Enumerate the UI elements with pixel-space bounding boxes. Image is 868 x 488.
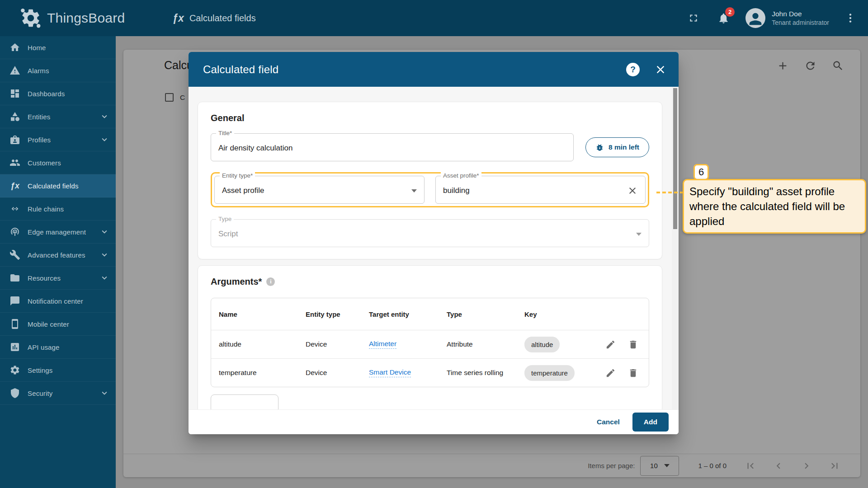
argument-type: Time series rolling <box>447 369 524 377</box>
sidebar-item-label: Customers <box>28 159 109 167</box>
sidebar-item-label: Alarms <box>28 67 109 75</box>
arguments-section-title: Arguments* <box>211 277 262 287</box>
fullscreen-button[interactable] <box>687 11 700 25</box>
sidebar-item-security[interactable]: Security <box>0 382 116 405</box>
message-icon <box>9 296 20 306</box>
dashboards-icon <box>9 88 20 99</box>
arguments-section: Arguments* i Name Entity type Target ent… <box>198 265 662 409</box>
type-value: Script <box>218 230 238 239</box>
dialog-scrollbar-track <box>672 87 679 409</box>
dialog-title: Calculated field <box>203 63 626 76</box>
user-role: Tenant administrator <box>772 19 829 27</box>
folder-icon <box>9 272 20 283</box>
type-label: Type <box>216 216 234 222</box>
argument-row: altitude Device Altimeter Attribute alti… <box>211 330 649 358</box>
sidebar-item-api-usage[interactable]: API usage <box>0 336 116 359</box>
entity-type-value: Asset profile <box>222 186 264 195</box>
sidebar-item-customers[interactable]: Customers <box>0 151 116 174</box>
delete-trash-icon[interactable] <box>628 368 638 378</box>
general-section-title: General <box>211 113 649 123</box>
title-field[interactable]: Title* Air density calculation <box>211 133 574 161</box>
column-header-target-entity: Target entity <box>369 310 447 318</box>
smartphone-icon <box>9 319 20 329</box>
sidebar-item-edge-management[interactable]: Edge management <box>0 221 116 244</box>
sidebar-item-resources[interactable]: Resources <box>0 267 116 290</box>
user-name: John Doe <box>772 9 829 19</box>
sidebar-item-alarms[interactable]: Alarms <box>0 59 116 82</box>
shield-icon <box>9 388 20 399</box>
sidebar-item-entities[interactable]: Entities <box>0 105 116 128</box>
dialog-scrollbar-thumb[interactable] <box>673 88 677 229</box>
sidebar-item-rule-chains[interactable]: Rule chains <box>0 197 116 221</box>
chevron-down-icon <box>99 227 109 237</box>
close-icon[interactable] <box>654 63 667 76</box>
header-page-section: ƒx Calculated fields <box>172 12 255 24</box>
notifications: 2 <box>717 11 730 25</box>
calculated-field-dialog: Calculated field ? General Title* Air de… <box>189 52 679 434</box>
cancel-button[interactable]: Cancel <box>597 418 620 426</box>
sidebar-item-label: Edge management <box>28 228 99 236</box>
notification-count-badge: 2 <box>725 7 735 17</box>
entities-icon <box>9 111 20 122</box>
asset-profile-field[interactable]: Asset profile* building <box>435 176 646 204</box>
column-header-type: Type <box>447 310 524 318</box>
sidebar-item-label: Dashboards <box>28 90 109 98</box>
argument-key-chip: altitude <box>524 337 560 352</box>
chevron-down-icon <box>99 112 109 122</box>
sidebar-item-label: Rule chains <box>28 205 109 213</box>
thingsboard-logo-icon <box>20 7 42 29</box>
argument-entity-type: Device <box>306 340 369 348</box>
type-select: Type Script <box>211 219 649 247</box>
sidebar-item-notification-center[interactable]: Notification center <box>0 290 116 313</box>
chevron-down-icon <box>99 135 109 145</box>
add-argument-button-partial[interactable] <box>211 394 278 409</box>
chevron-down-icon <box>99 388 109 398</box>
sidebar-item-home[interactable]: Home <box>0 36 116 59</box>
target-entity-link[interactable]: Smart Device <box>369 368 411 377</box>
column-header-key: Key <box>524 310 605 318</box>
add-button[interactable]: Add <box>632 413 669 432</box>
dialog-body: General Title* Air density calculation 8… <box>189 87 679 409</box>
sidebar-item-label: Resources <box>28 274 99 282</box>
sidebar-item-label: Settings <box>28 366 109 374</box>
chart-icon <box>9 342 20 352</box>
delete-trash-icon[interactable] <box>628 339 638 350</box>
help-icon[interactable]: ? <box>626 63 640 76</box>
sidebar-item-settings[interactable]: Settings <box>0 359 116 382</box>
entity-type-select[interactable]: Entity type* Asset profile <box>214 176 425 204</box>
general-section: General Title* Air density calculation 8… <box>198 102 662 259</box>
annotation-tooltip: Specify "building" asset profile where t… <box>683 179 866 234</box>
argument-type: Attribute <box>447 340 524 348</box>
sidebar-item-profiles[interactable]: Profiles <box>0 128 116 151</box>
sidebar-item-dashboards[interactable]: Dashboards <box>0 82 116 105</box>
edit-pencil-icon[interactable] <box>605 339 616 350</box>
sidebar-item-label: Home <box>28 44 109 52</box>
title-field-value: Air density calculation <box>218 144 292 153</box>
sidebar-item-calculated-fields[interactable]: ƒx Calculated fields <box>0 174 116 197</box>
title-field-label: Title* <box>216 130 234 136</box>
avatar[interactable] <box>745 8 765 28</box>
tools-icon <box>9 249 20 260</box>
sidebar-item-label: API usage <box>28 343 109 351</box>
sidebar-item-label: Security <box>28 389 99 397</box>
dialog-footer: Cancel Add <box>189 409 679 434</box>
profiles-badge-icon <box>9 134 20 145</box>
chevron-down-icon <box>411 189 417 192</box>
fx-icon: ƒx <box>9 180 20 191</box>
column-header-entity-type: Entity type <box>306 310 369 318</box>
asset-profile-label: Asset profile* <box>441 172 481 179</box>
more-vert-button[interactable] <box>844 11 856 25</box>
sidebar-item-label: Entities <box>28 113 99 121</box>
user-menu[interactable]: John Doe Tenant administrator <box>772 9 829 27</box>
app-header: ThingsBoard ƒx Calculated fields 2 John … <box>0 0 868 36</box>
edit-pencil-icon[interactable] <box>605 368 616 378</box>
edge-antenna-icon <box>9 226 20 237</box>
sidebar-item-mobile-center[interactable]: Mobile center <box>0 313 116 336</box>
column-header-name: Name <box>219 310 306 318</box>
target-entity-link[interactable]: Altimeter <box>369 340 396 349</box>
debug-time-left-label: 8 min left <box>609 143 639 151</box>
sidebar-item-advanced-features[interactable]: Advanced features <box>0 244 116 267</box>
brand[interactable]: ThingsBoard <box>20 7 125 29</box>
debug-time-left-chip[interactable]: 8 min left <box>585 137 649 157</box>
clear-icon[interactable] <box>627 185 638 196</box>
